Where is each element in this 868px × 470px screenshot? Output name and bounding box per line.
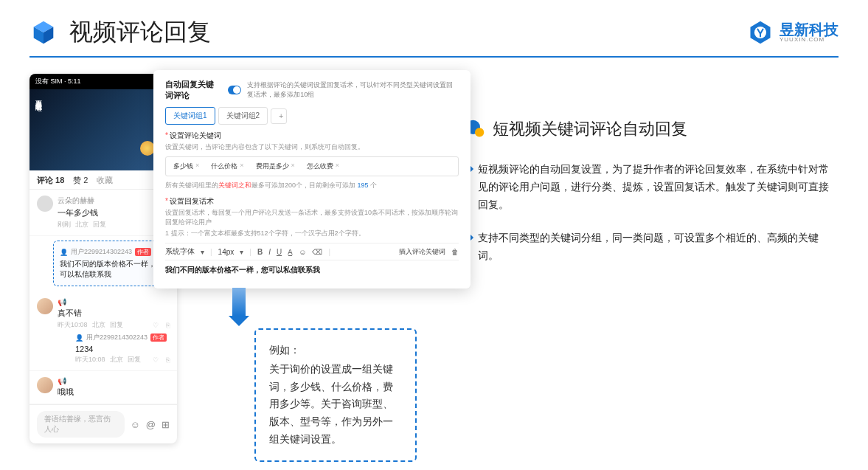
color-button[interactable]: A̲ — [288, 248, 293, 256]
ad-icon: 📢 — [58, 377, 170, 385]
author-badge: 作者 — [150, 334, 167, 342]
comment-input-bar: 善语结善缘，恶言伤人心 ☺ @ ⊞ — [29, 404, 177, 443]
editor-content[interactable]: 我们不同的版本价格不一样，您可以私信联系我 — [165, 260, 459, 280]
title-wrap: 视频评论回复 — [29, 16, 211, 49]
keyword-tag[interactable]: 什么价格× — [206, 160, 248, 173]
heart-icon[interactable]: ♡ — [153, 356, 159, 364]
arrow-down-icon — [232, 288, 249, 326]
field-label-reply: *设置回复话术 — [165, 196, 459, 207]
insert-keyword-button[interactable]: 插入评论关键词 — [399, 247, 445, 257]
author-badge: 作者 — [135, 248, 151, 256]
remove-icon[interactable]: × — [195, 162, 199, 171]
person-icon: 👤 — [60, 249, 68, 256]
header-divider — [29, 56, 839, 58]
panel-head-label: 自动回复关键词评论 — [165, 79, 222, 101]
comment-item: 📢 真不错 昨天10:08 北京 回复 ♡⎘ 👤 用户2299214302243 — [29, 292, 177, 371]
ad-icon: 📢 — [58, 298, 170, 306]
delete-icon[interactable]: 🗑 — [451, 248, 459, 256]
example-callout: 例如： 关于询价的设置成一组关键词，多少钱、什么价格，费用多少等。关于咨询班型、… — [254, 328, 417, 462]
keyword-input[interactable]: 多少钱× 什么价格× 费用是多少× 怎么收费× — [165, 156, 459, 176]
avatar — [37, 377, 53, 393]
heart-icon[interactable]: ♡ — [153, 322, 159, 329]
reply-username: 用户2299214302243 — [71, 247, 132, 257]
font-select[interactable]: 系统字体 — [165, 246, 195, 257]
comment-text: 真不错 — [58, 308, 170, 319]
section-title: 短视频关键词评论自动回复 — [493, 118, 687, 140]
keyword-group-tab[interactable]: 关键词组1 — [165, 107, 215, 125]
emoji-button[interactable]: ☺ — [299, 248, 306, 256]
person-icon: 👤 — [75, 334, 83, 342]
section-head: 短视频关键词评论自动回复 — [465, 118, 839, 140]
example-title: 例如： — [269, 342, 402, 359]
auto-reply-toggle[interactable] — [228, 86, 242, 94]
bullet-item: 短视频评论的自动回复设置，为了提升作者的评论回复效率，在系统中针对常见的评论用户… — [465, 161, 839, 213]
field-hint-reply-2: 1 提示：一个富文本框最多支持512个字符，一个汉字占用2个字符。 — [165, 229, 459, 238]
page-title: 视频评论回复 — [69, 16, 211, 49]
dislike-icon[interactable]: ⎘ — [166, 322, 170, 329]
phone-video-caption: 青春万岁 晨曦初升 唯有 — [34, 95, 43, 99]
avatar — [37, 196, 53, 212]
chevron-down-icon[interactable]: ▾ — [201, 248, 204, 256]
keyword-tag[interactable]: 多少钱× — [169, 160, 204, 173]
comment-reply-link[interactable]: 回复 — [128, 355, 141, 364]
keyword-tag[interactable]: 费用是多少× — [251, 160, 299, 173]
comment-location: 北京 — [92, 320, 105, 330]
add-group-button[interactable]: + — [271, 108, 287, 124]
avatar — [37, 298, 53, 314]
keyword-tag[interactable]: 怎么收费× — [302, 160, 344, 173]
bullet-text: 支持不同类型的关键词分组，同一类问题，可设置多个相近的、高频的关键词。 — [478, 229, 839, 265]
comment-location: 北京 — [75, 220, 88, 229]
tab-favs[interactable]: 收藏 — [97, 175, 113, 186]
field-hint-keywords: 设置关键词，当评论里内容包含了以下关键词，则系统可自动回复。 — [165, 142, 459, 152]
bullet-text: 短视频评论的自动回复设置，为了提升作者的评论回复效率，在系统中针对常见的评论用户… — [478, 161, 839, 213]
comment-reply-link[interactable]: 回复 — [93, 220, 106, 229]
remove-icon[interactable]: × — [336, 162, 339, 171]
comment-item: 📢 哦哦 — [29, 371, 177, 404]
image-icon[interactable]: ⊞ — [162, 419, 170, 430]
tab-likes[interactable]: 赞 2 — [73, 175, 88, 186]
panel-head-desc: 支持根据评论的关键词设置回复话术，可以针对不同类型关键词设置回复话术，最多添加1… — [247, 80, 459, 100]
size-select[interactable]: 14px — [218, 248, 235, 256]
at-icon[interactable]: @ — [146, 419, 156, 430]
sub-comment: 👤 用户2299214302243 作者 1234 昨天10:08 北京 回复 … — [75, 333, 170, 364]
auto-reply-bubble: 👤 用户2299214302243 作者 我们不同的版本价格不一样，您可以私信联… — [53, 241, 170, 286]
settings-panel: 自动回复关键词评论 支持根据评论的关键词设置回复话术，可以针对不同类型关键词设置… — [153, 70, 471, 288]
logo-text-sub: YUUXIN.COM — [780, 37, 839, 43]
logo-text-main: 昱新科技 — [780, 22, 839, 37]
clear-button[interactable]: ⌫ — [312, 248, 322, 256]
comment-input[interactable]: 善语结善缘，恶言伤人心 — [37, 411, 125, 438]
content: 没有 SIM · 5:11 青春万岁 晨曦初升 唯有 评论 18 赞 2 收藏 … — [0, 74, 868, 281]
comment-time: 刚刚 — [58, 220, 71, 229]
dislike-icon[interactable]: ⎘ — [166, 356, 170, 364]
emoji-icon[interactable]: ☺ — [131, 419, 140, 430]
field-label-keywords: *设置评论关键词 — [165, 131, 459, 141]
field-hint-reply: 设置回复话术，每回复一个用户评论只发送一条话术，最多支持设置10条不同话术，按添… — [165, 208, 459, 227]
bold-button[interactable]: B — [257, 248, 263, 256]
editor-toolbar: 系统字体▾ | 14px▾ | B I U A̲ ☺ ⌫ | 插入评论关键词 🗑 — [165, 243, 459, 260]
bullet-item: 支持不同类型的关键词分组，同一类问题，可设置多个相近的、高频的关键词。 — [465, 229, 839, 265]
underline-button[interactable]: U — [277, 248, 282, 256]
keyword-group-tab[interactable]: 关键词组2 — [218, 107, 268, 125]
logo-hex-icon — [747, 19, 774, 46]
reply-text: 我们不同的版本价格不一样，您可以私信联系我 — [60, 259, 163, 280]
cube-icon — [29, 18, 58, 46]
svg-point-2 — [475, 128, 484, 136]
brand-logo: 昱新科技 YUUXIN.COM — [747, 19, 839, 46]
sun-graphic — [140, 141, 155, 156]
remove-icon[interactable]: × — [291, 162, 295, 171]
comment-location: 北京 — [110, 355, 123, 364]
comment-time: 昨天10:08 — [58, 320, 88, 330]
example-body: 关于询价的设置成一组关键词，多少钱、什么价格，费用多少等。关于咨询班型、版本、型… — [269, 361, 402, 449]
comment-text: 哦哦 — [58, 387, 170, 398]
chevron-down-icon[interactable]: ▾ — [240, 248, 243, 256]
reply-username: 用户2299214302243 — [86, 333, 147, 342]
italic-button[interactable]: I — [268, 248, 271, 256]
header: 视频评论回复 昱新科技 YUUXIN.COM — [0, 0, 868, 56]
right-column: 短视频关键词评论自动回复 短视频评论的自动回复设置，为了提升作者的评论回复效率，… — [465, 74, 839, 281]
comment-time: 昨天10:08 — [75, 355, 105, 364]
comment-reply-link[interactable]: 回复 — [110, 320, 123, 330]
remove-icon[interactable]: × — [240, 162, 243, 171]
keyword-group-tabs: 关键词组1 关键词组2 + — [165, 107, 459, 125]
comment-text: 1234 — [75, 345, 170, 353]
tab-comments[interactable]: 评论 18 — [37, 175, 64, 186]
